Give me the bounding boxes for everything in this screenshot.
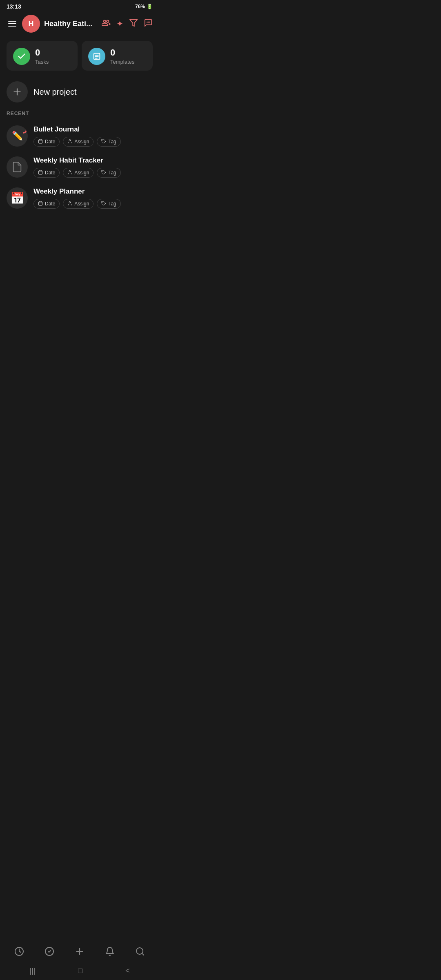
- tasks-icon: [13, 48, 30, 65]
- add-member-icon[interactable]: [102, 18, 111, 29]
- tag-tag-2[interactable]: Tag: [97, 199, 120, 209]
- project-item-weekly-habit-tracker[interactable]: Weekly Habit Tracker Date: [0, 151, 159, 183]
- plus-icon: [7, 81, 28, 102]
- status-right-icons: 76% 🔋: [135, 4, 153, 9]
- person-icon-1: [67, 170, 72, 176]
- calendar-icon-1: [38, 170, 43, 176]
- header-action-icons: ✦: [102, 18, 153, 29]
- tag-tag-1[interactable]: Tag: [97, 168, 120, 178]
- tasks-label: Tasks: [35, 59, 49, 65]
- templates-label: Templates: [110, 59, 134, 65]
- tag-icon-2: [101, 201, 106, 207]
- tag-date-0[interactable]: Date: [33, 137, 60, 147]
- menu-button[interactable]: [7, 19, 18, 28]
- svg-rect-10: [39, 140, 42, 143]
- tag-assign-2[interactable]: Assign: [63, 199, 94, 209]
- header: H Healthy Eati... ✦: [0, 11, 159, 38]
- tag-date-2[interactable]: Date: [33, 199, 60, 209]
- project-name-1: Weekly Habit Tracker: [33, 156, 153, 165]
- project-avatar-habit: [7, 156, 28, 178]
- tasks-card[interactable]: 0 Tasks: [7, 41, 78, 71]
- stats-row: 0 Tasks 0 Templates: [0, 38, 159, 77]
- tag-date-1[interactable]: Date: [33, 168, 60, 178]
- project-avatar-journal: ✏️: [7, 125, 28, 147]
- battery-icon: 🔋: [147, 4, 153, 9]
- tag-icon-1: [101, 170, 106, 176]
- templates-card[interactable]: 0 Templates: [82, 41, 153, 71]
- avatar[interactable]: H: [22, 15, 40, 33]
- calendar-icon: [38, 139, 43, 145]
- filter-icon[interactable]: [129, 18, 138, 29]
- person-icon-2: [67, 201, 72, 207]
- templates-icon: [88, 48, 105, 65]
- svg-point-26: [69, 202, 71, 203]
- sparkles-icon[interactable]: ✦: [116, 19, 123, 29]
- project-item-weekly-planner[interactable]: 📅 Weekly Planner Date: [0, 183, 159, 214]
- new-project-label: New project: [33, 87, 77, 97]
- svg-rect-22: [39, 202, 42, 205]
- status-time: 13:13: [7, 3, 21, 10]
- battery-percent: 76%: [135, 4, 145, 9]
- project-name-2: Weekly Planner: [33, 187, 153, 196]
- calendar-icon-2: [38, 201, 43, 207]
- tag-assign-1[interactable]: Assign: [63, 168, 94, 178]
- project-tags-1: Date Assign Tag: [33, 168, 153, 178]
- chat-icon[interactable]: [144, 18, 153, 29]
- project-item-bullet-journal[interactable]: ✏️ Bullet Journal Date: [0, 120, 159, 151]
- project-tags-2: Date Assign Tag: [33, 199, 153, 209]
- workspace-title[interactable]: Healthy Eati...: [44, 20, 98, 28]
- svg-point-20: [69, 171, 71, 172]
- tasks-count: 0: [35, 47, 49, 58]
- project-tags-0: Date Assign Tag: [33, 137, 153, 147]
- templates-count: 0: [110, 47, 134, 58]
- tag-icon: [101, 139, 106, 145]
- project-name-0: Bullet Journal: [33, 125, 153, 134]
- tag-assign-0[interactable]: Assign: [63, 137, 94, 147]
- person-icon: [67, 139, 72, 145]
- svg-rect-16: [39, 171, 42, 174]
- tag-tag-0[interactable]: Tag: [97, 137, 120, 147]
- project-avatar-planner: 📅: [7, 187, 28, 209]
- status-bar: 13:13 76% 🔋: [0, 0, 159, 11]
- recent-section-label: RECENT: [0, 109, 159, 120]
- svg-point-14: [69, 140, 71, 141]
- new-project-button[interactable]: New project: [0, 77, 159, 109]
- svg-marker-0: [130, 19, 137, 26]
